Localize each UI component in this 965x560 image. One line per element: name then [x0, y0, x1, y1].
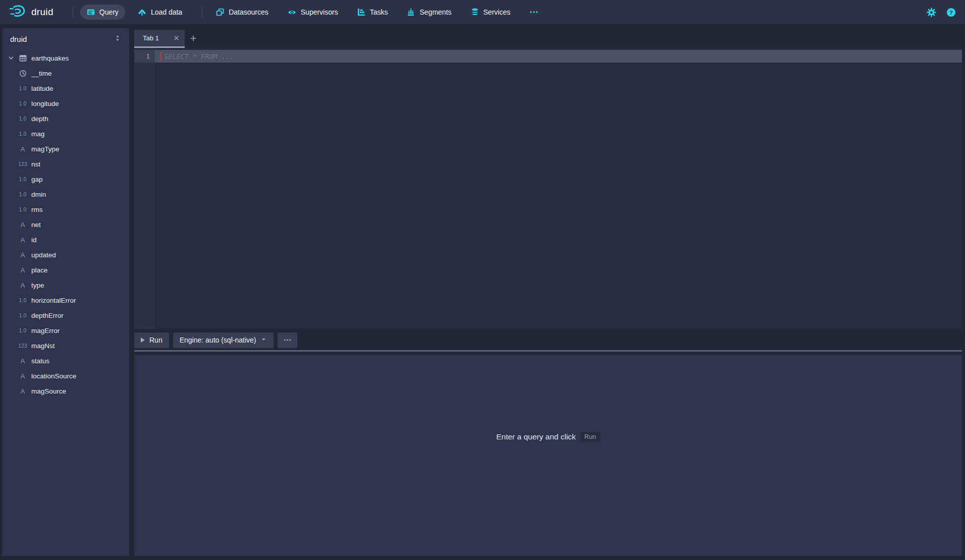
column-type-icon: A	[16, 357, 29, 365]
query-view: Tab 1 1 SELECT * FROM ... Ru	[134, 28, 962, 556]
column-name: latitude	[31, 85, 53, 92]
column-type-icon: 1.0	[16, 131, 29, 137]
upload-icon	[138, 8, 146, 17]
column-tree: earthquakes __time 1.0 latitude 1.0 long…	[2, 49, 129, 399]
column-name: dmin	[31, 191, 46, 198]
tree-column-row[interactable]: 1.0 latitude	[2, 81, 129, 96]
tab-tab1[interactable]: Tab 1	[134, 30, 185, 46]
sql-editor[interactable]: 1 SELECT * FROM ...	[134, 48, 962, 329]
run-button[interactable]: Run	[134, 332, 169, 348]
query-more-button[interactable]	[278, 332, 297, 348]
column-type-icon: 1.0	[16, 206, 29, 212]
column-type-icon: 1.0	[16, 176, 29, 182]
column-type-icon: A	[16, 266, 29, 274]
nav-divider	[73, 7, 73, 18]
column-type-icon: 1.0	[16, 100, 29, 106]
help-icon[interactable]: ?	[946, 8, 956, 17]
column-name: magNst	[31, 342, 55, 350]
column-name: id	[31, 236, 37, 244]
results-splitter-handle[interactable]	[134, 350, 962, 352]
column-name: longitude	[31, 100, 59, 107]
tree-table-row[interactable]: earthquakes	[2, 50, 129, 66]
run-toolbar: Run Engine: auto (sql-native)	[134, 331, 962, 349]
column-type-icon: A	[16, 145, 29, 153]
bar-chart-icon	[407, 8, 415, 16]
column-type-icon: A	[16, 387, 29, 395]
nav-item-segments[interactable]: Segments	[400, 5, 458, 20]
column-name: __time	[31, 70, 52, 77]
column-name: place	[31, 266, 47, 274]
nav-item-tasks[interactable]: Tasks	[351, 5, 395, 20]
column-name: horizontalError	[31, 297, 76, 304]
eye-icon	[288, 8, 296, 17]
tree-column-row[interactable]: 123 magNst	[2, 338, 129, 353]
run-chip: Run	[580, 432, 600, 442]
tree-column-row[interactable]: 123 nst	[2, 156, 129, 172]
run-button-label: Run	[149, 336, 163, 344]
editor-current-line[interactable]: 1 SELECT * FROM ...	[134, 50, 962, 63]
nav-item-label: Load data	[151, 8, 182, 16]
tree-column-row[interactable]: __time	[2, 66, 129, 81]
results-empty-message: Enter a query and click	[496, 432, 576, 441]
more-icon	[529, 8, 539, 16]
tree-column-row[interactable]: 1.0 depthError	[2, 308, 129, 323]
results-panel: Enter a query and click Run	[134, 355, 962, 556]
tree-column-row[interactable]: 1.0 longitude	[2, 96, 129, 111]
tree-column-row[interactable]: A updated	[2, 247, 129, 262]
nav-item-label: Query	[99, 8, 119, 16]
tree-column-row[interactable]: 1.0 horizontalError	[2, 293, 129, 308]
stacked-squares-icon	[216, 8, 224, 16]
nav-item-label: Segments	[419, 8, 451, 16]
top-navbar: druid Query Load data	[0, 0, 965, 24]
column-name: nst	[31, 160, 40, 168]
column-type-icon: 123	[16, 343, 29, 349]
clock-icon	[16, 70, 29, 77]
tree-column-row[interactable]: 1.0 mag	[2, 126, 129, 141]
column-type-icon: 1.0	[16, 312, 29, 318]
druid-logo-icon	[9, 5, 26, 20]
editor-placeholder: SELECT * FROM ...	[164, 52, 234, 61]
database-icon	[471, 8, 479, 16]
tree-column-row[interactable]: A locationSource	[2, 368, 129, 383]
tree-column-row[interactable]: 1.0 depth	[2, 111, 129, 126]
druid-brand[interactable]: druid	[9, 5, 53, 20]
engine-select[interactable]: Engine: auto (sql-native)	[173, 332, 274, 348]
gear-icon[interactable]	[927, 8, 936, 17]
tree-column-row[interactable]: A magSource	[2, 383, 129, 399]
nav-item-load-data[interactable]: Load data	[131, 5, 189, 20]
nav-item-label: Tasks	[370, 8, 388, 16]
tab-label: Tab 1	[143, 34, 159, 42]
tree-column-row[interactable]: 1.0 rms	[2, 202, 129, 217]
engine-select-label: Engine: auto (sql-native)	[180, 336, 256, 344]
column-name: type	[31, 282, 44, 289]
schema-select[interactable]: druid	[2, 28, 129, 49]
tree-column-row[interactable]: 1.0 dmin	[2, 187, 129, 202]
tree-column-row[interactable]: A net	[2, 217, 129, 232]
column-name: rms	[31, 206, 43, 213]
query-tabbar: Tab 1	[134, 28, 962, 46]
column-name: gap	[31, 176, 43, 183]
tree-column-row[interactable]: A type	[2, 277, 129, 293]
column-name: status	[31, 357, 49, 365]
tree-column-row[interactable]: A place	[2, 262, 129, 277]
nav-item-label: Supervisors	[301, 8, 338, 16]
nav-item-datasources[interactable]: Datasources	[209, 5, 275, 20]
tree-column-row[interactable]: 1.0 magError	[2, 323, 129, 338]
text-cursor	[160, 52, 162, 61]
nav-divider	[202, 7, 202, 18]
tree-column-row[interactable]: 1.0 gap	[2, 172, 129, 187]
column-type-icon: A	[16, 236, 29, 244]
nav-item-query[interactable]: Query	[80, 5, 125, 20]
add-tab-button[interactable]	[185, 30, 202, 46]
tree-column-row[interactable]: A id	[2, 232, 129, 247]
nav-item-services[interactable]: Services	[464, 5, 517, 20]
tree-column-row[interactable]: A status	[2, 353, 129, 368]
nav-item-supervisors[interactable]: Supervisors	[281, 5, 345, 20]
close-icon[interactable]	[173, 35, 180, 41]
column-type-icon: 1.0	[16, 191, 29, 197]
tree-column-row[interactable]: A magType	[2, 141, 129, 156]
brand-name: druid	[31, 7, 53, 18]
nav-item-more[interactable]	[523, 5, 545, 20]
line-number: 1	[134, 50, 155, 63]
chevron-down-icon[interactable]	[6, 54, 16, 62]
